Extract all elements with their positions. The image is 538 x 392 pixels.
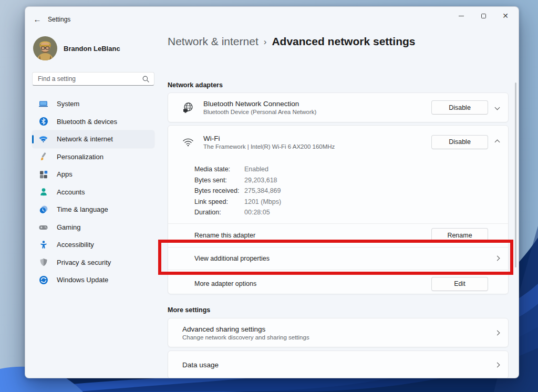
sidebar-item-label: Apps	[57, 170, 73, 178]
globe-adapter-icon	[182, 101, 194, 114]
detail-value: Enabled	[244, 166, 268, 173]
sidebar-item-label: Accessibility	[57, 241, 94, 249]
advanced-sharing-settings-card[interactable]: Advanced sharing settings Change network…	[168, 318, 509, 347]
detail-label: Link speed:	[194, 198, 244, 205]
sidebar-item-bluetooth[interactable]: Bluetooth & devices	[32, 113, 154, 131]
user-profile[interactable]: Brandon LeBlanc	[33, 36, 120, 60]
window-title: Settings	[48, 16, 70, 23]
sidebar: Brandon LeBlanc System Bluetooth & devic…	[25, 30, 164, 378]
sidebar-item-label: Network & internet	[57, 135, 113, 143]
view-additional-properties-row[interactable]: View additional properties	[168, 247, 508, 270]
detail-row: Bytes received: 275,384,869	[194, 185, 508, 197]
section-label-more-settings: More settings	[168, 306, 210, 314]
apps-icon	[38, 169, 48, 179]
detail-value: 29,203,618	[244, 177, 277, 184]
gaming-icon	[38, 222, 48, 232]
sidebar-item-label: Time & language	[57, 205, 108, 213]
sidebar-item-system[interactable]: System	[32, 95, 154, 113]
system-icon	[38, 99, 48, 109]
rename-adapter-label: Rename this adapter	[168, 232, 255, 239]
adapter-title: Bluetooth Network Connection	[203, 100, 316, 108]
close-button[interactable]: ✕	[494, 7, 516, 25]
edit-button[interactable]: Edit	[431, 277, 488, 291]
section-label-network-adapters: Network adapters	[168, 81, 223, 89]
chevron-right-icon	[495, 362, 500, 367]
privacy-security-icon	[38, 257, 48, 267]
scrollbar[interactable]	[515, 82, 516, 267]
sidebar-item-windows-update[interactable]: Windows Update	[32, 271, 154, 289]
search-box[interactable]	[32, 72, 154, 86]
chevron-down-icon[interactable]	[495, 105, 500, 110]
setting-subtitle: Change network discovery and sharing set…	[182, 334, 309, 341]
chevron-up-icon[interactable]	[495, 139, 500, 145]
more-adapter-options-row: More adapter options Edit	[168, 270, 508, 298]
bluetooth-disable-button[interactable]: Disable	[431, 100, 488, 115]
detail-row: Media state: Enabled	[194, 164, 508, 175]
data-usage-card[interactable]: Data usage	[168, 350, 509, 378]
maximize-button[interactable]	[472, 7, 494, 25]
wifi-adapter-row[interactable]: Wi-Fi The Framework | Intel(R) Wi-Fi 6 A…	[168, 126, 508, 158]
sidebar-item-personalization[interactable]: Personalization	[32, 148, 154, 166]
search-input[interactable]	[33, 75, 142, 82]
rename-button[interactable]: Rename	[431, 228, 488, 242]
detail-row: Duration: 00:28:05	[194, 207, 508, 218]
breadcrumb-root[interactable]: Network & internet	[168, 35, 258, 48]
personalization-icon	[38, 152, 48, 162]
maximize-icon	[481, 14, 486, 18]
breadcrumb-separator-icon: ›	[264, 37, 267, 47]
sidebar-item-label: Personalization	[57, 153, 104, 161]
user-name: Brandon LeBlanc	[64, 45, 120, 53]
minimize-button[interactable]	[450, 7, 472, 25]
settings-window: ← Settings ✕	[25, 6, 519, 378]
avatar-image	[33, 36, 57, 60]
sidebar-item-accounts[interactable]: Accounts	[32, 183, 154, 201]
setting-text: Advanced sharing settings Change network…	[182, 325, 309, 341]
wifi-details: Media state: Enabled Bytes sent: 29,203,…	[168, 158, 508, 223]
avatar	[33, 36, 57, 60]
back-button[interactable]: ←	[32, 13, 43, 25]
sidebar-item-label: Gaming	[57, 223, 81, 231]
time-language-icon	[38, 204, 48, 214]
sidebar-item-apps[interactable]: Apps	[32, 166, 154, 183]
chevron-right-icon	[495, 330, 500, 335]
minimize-icon	[459, 16, 464, 16]
sidebar-item-network-internet[interactable]: Network & internet	[32, 130, 154, 148]
adapter-title: Wi-Fi	[203, 135, 335, 142]
detail-value: 1201 (Mbps)	[244, 198, 281, 205]
titlebar: ← Settings ✕	[25, 7, 519, 30]
window-controls: ✕	[450, 7, 516, 26]
rename-adapter-row: Rename this adapter Rename	[168, 224, 508, 247]
sidebar-item-label: Windows Update	[57, 276, 108, 284]
detail-value: 275,384,869	[244, 187, 281, 194]
detail-label: Media state:	[194, 166, 244, 173]
main-content: Network & internet › Advanced network se…	[168, 30, 519, 378]
sidebar-item-label: System	[57, 100, 79, 108]
sidebar-item-accessibility[interactable]: Accessibility	[32, 236, 154, 254]
sidebar-item-time-language[interactable]: Time & language	[32, 201, 154, 219]
sidebar-item-gaming[interactable]: Gaming	[32, 219, 154, 236]
sidebar-item-privacy-security[interactable]: Privacy & security	[32, 254, 154, 272]
sidebar-item-label: Bluetooth & devices	[57, 118, 117, 126]
setting-title: Advanced sharing settings	[182, 325, 309, 333]
detail-label: Bytes received:	[194, 187, 244, 194]
more-adapter-options-label: More adapter options	[168, 280, 256, 287]
bluetooth-icon	[38, 117, 48, 127]
wifi-icon	[182, 136, 194, 148]
adapter-subtitle: The Framework | Intel(R) Wi-Fi 6 AX200 1…	[203, 143, 335, 150]
detail-row: Link speed: 1201 (Mbps)	[194, 197, 508, 208]
sidebar-nav: System Bluetooth & devices Network & int…	[32, 95, 154, 289]
bluetooth-adapter-row[interactable]: Bluetooth Network Connection Bluetooth D…	[168, 93, 508, 122]
accessibility-icon	[38, 240, 48, 250]
detail-label: Bytes sent:	[194, 177, 244, 184]
adapter-subtitle: Bluetooth Device (Personal Area Network)	[203, 109, 316, 115]
network-icon	[38, 134, 48, 144]
view-additional-properties-label: View additional properties	[168, 255, 270, 262]
sidebar-item-label: Privacy & security	[57, 259, 111, 266]
detail-label: Duration:	[194, 209, 244, 216]
adapter-text: Bluetooth Network Connection Bluetooth D…	[203, 100, 316, 115]
detail-value: 00:28:05	[244, 209, 270, 216]
breadcrumb: Network & internet › Advanced network se…	[168, 35, 415, 48]
setting-title: Data usage	[182, 361, 219, 369]
wifi-disable-button[interactable]: Disable	[431, 135, 488, 149]
sidebar-item-label: Accounts	[57, 188, 85, 196]
